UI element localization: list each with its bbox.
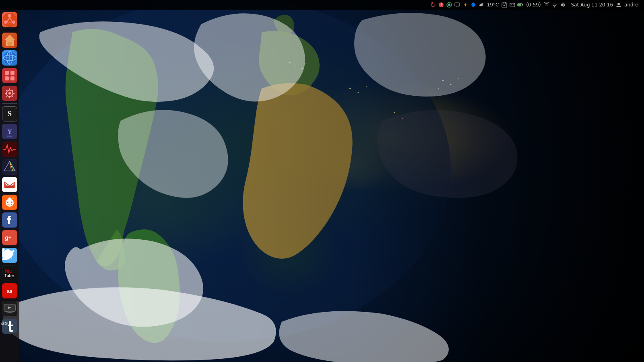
svg-rect-57 (2, 68, 17, 83)
topbar: ! (0, 0, 644, 10)
email-tray-icon[interactable] (509, 1, 516, 8)
launcher-item-twitter[interactable] (1, 247, 18, 264)
launcher-item-facebook[interactable] (1, 212, 18, 228)
svg-rect-22 (455, 3, 460, 6)
svg-text:You: You (4, 269, 12, 274)
svg-rect-58 (5, 71, 9, 75)
svg-rect-40 (518, 4, 521, 6)
monitor-icon[interactable] (454, 1, 461, 8)
chrome-tray-icon[interactable] (446, 1, 453, 8)
dropbox-icon[interactable] (470, 1, 477, 8)
hurricane-icon[interactable] (429, 1, 437, 8)
wifi-icon[interactable] (551, 1, 558, 8)
launcher-item-ubuntu[interactable] (1, 11, 18, 28)
launcher-item-s[interactable]: S (1, 105, 18, 122)
topbar-separator (568, 2, 568, 8)
temperature-display[interactable]: 19°C (486, 2, 500, 8)
svg-text:Y: Y (7, 128, 12, 135)
svg-point-18 (448, 4, 450, 6)
svg-point-44 (617, 3, 620, 5)
svg-point-64 (8, 92, 11, 95)
launcher-item-reddit[interactable] (1, 194, 18, 211)
launcher-divider-1 (2, 30, 17, 30)
datetime-display[interactable]: Sat Aug 11 20:16 (570, 2, 614, 8)
user-icon[interactable] (615, 1, 622, 8)
svg-text:PPA: PPA (7, 135, 12, 138)
svg-text:!: ! (440, 3, 442, 7)
launcher-item-youtube[interactable]: You Tube (1, 265, 18, 282)
svg-rect-59 (10, 71, 14, 75)
launcher-item-dash[interactable] (1, 67, 18, 84)
power-icon[interactable] (462, 1, 469, 8)
svg-rect-60 (5, 76, 9, 80)
launcher-item-browser[interactable] (1, 49, 18, 66)
svg-rect-37 (504, 5, 505, 6)
username-display[interactable]: andrei (623, 2, 641, 8)
earth-background (0, 0, 644, 362)
launcher-item-pulse[interactable] (1, 141, 18, 158)
system-tray: ! (429, 1, 641, 8)
svg-point-31 (482, 3, 483, 5)
svg-point-42 (554, 6, 555, 8)
launcher-item-settings[interactable] (1, 85, 18, 102)
desktop: ! (0, 0, 644, 362)
svg-rect-36 (503, 5, 504, 6)
weather-icon[interactable] (478, 1, 485, 8)
svg-text:as: as (7, 288, 12, 294)
svg-rect-41 (522, 4, 523, 5)
sound-icon[interactable] (559, 1, 566, 8)
svg-point-81 (7, 202, 8, 203)
svg-rect-51 (8, 42, 12, 46)
launcher-sidebar: S Y PPA (0, 10, 19, 362)
network-icon[interactable] (543, 1, 550, 8)
launcher-item-screencast[interactable] (1, 300, 18, 317)
bottom-label: as (1, 320, 8, 326)
notification-icon[interactable]: ! (438, 1, 445, 8)
svg-point-83 (8, 197, 11, 201)
battery-time: (0:59) (525, 2, 542, 8)
svg-point-82 (11, 202, 12, 203)
launcher-item-gmail[interactable] (1, 176, 18, 193)
launcher-item-lastfm[interactable]: as (1, 282, 18, 299)
svg-rect-98 (8, 311, 12, 313)
svg-text:Tube: Tube (4, 274, 14, 278)
calendar-icon[interactable] (501, 1, 508, 8)
svg-rect-99 (6, 313, 13, 313)
launcher-item-prism[interactable] (1, 158, 18, 175)
launcher-divider-2 (2, 103, 17, 104)
battery-icon[interactable] (517, 1, 524, 8)
svg-text:g+: g+ (5, 234, 12, 241)
launcher-item-files[interactable] (1, 32, 18, 49)
svg-marker-43 (561, 2, 564, 7)
launcher-item-gplus[interactable]: g+ (1, 229, 18, 246)
launcher-item-yppa[interactable]: Y PPA (1, 123, 18, 140)
svg-rect-61 (10, 76, 14, 80)
